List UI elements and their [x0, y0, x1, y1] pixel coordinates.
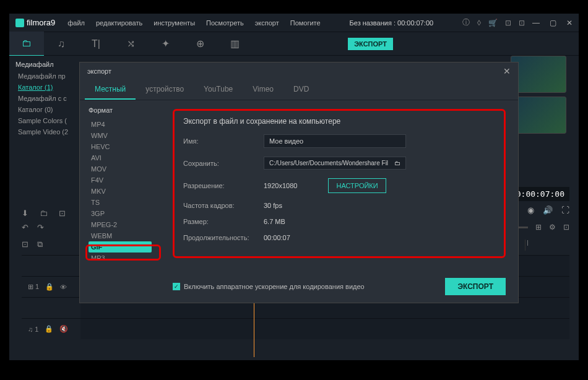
close-icon[interactable]: ✕	[566, 19, 573, 27]
track-header: ♫ 1 🔒 🔇	[22, 325, 80, 333]
import-icon[interactable]: ⬇	[22, 209, 28, 218]
ruler-mark: |	[525, 240, 569, 251]
size-label: Размер:	[183, 218, 264, 225]
track-content[interactable]	[80, 319, 569, 339]
chain-icon[interactable]: ⧉	[37, 240, 43, 249]
menu-file[interactable]: файл	[67, 19, 85, 27]
format-mp4[interactable]: MP4	[89, 119, 152, 130]
format-hevc[interactable]: HEVC	[89, 141, 152, 152]
export-button-top[interactable]: ЭКСПОРТ	[348, 38, 393, 50]
redo-icon[interactable]: ↷	[37, 223, 44, 232]
highlight-annotation: Экспорт в файл и сохранение на компьютер…	[173, 109, 506, 258]
name-label: Имя:	[183, 137, 264, 145]
audio-track: ♫ 1 🔒 🔇	[22, 318, 569, 339]
save-path-input[interactable]: C:/Users/User/Documents/Wondershare Fil …	[264, 157, 406, 170]
menu-tools[interactable]: инструменты	[153, 19, 195, 27]
sidebar-item[interactable]: Sample Video (2	[9, 126, 79, 137]
zoom-fit-icon[interactable]: ⊞	[535, 223, 542, 231]
tab-dvd[interactable]: DVD	[283, 80, 319, 100]
camera-icon[interactable]: ◉	[527, 205, 534, 215]
checkmark-icon: ✓	[173, 283, 180, 290]
export-button[interactable]: ЭКСПОРТ	[445, 278, 506, 295]
tab-media[interactable]: 🗀	[9, 32, 44, 56]
tab-youtube[interactable]: YouTube	[194, 80, 243, 100]
format-3gp[interactable]: 3GP	[89, 208, 152, 219]
dialog-header: экспорт ✕	[80, 63, 518, 80]
settings-button[interactable]: НАСТРОЙКИ	[328, 178, 386, 193]
format-avi[interactable]: AVI	[89, 152, 152, 163]
folder-icon[interactable]: 🗀	[394, 160, 400, 166]
tab-effects[interactable]: ✦	[148, 32, 183, 56]
export-dialog: экспорт ✕ Местный устройство YouTube Vim…	[79, 62, 519, 303]
sidebar-item[interactable]: Медиафайл с с	[9, 93, 79, 104]
tab-vimeo[interactable]: Vimeo	[243, 80, 283, 100]
link-icon[interactable]: ⊡	[22, 240, 28, 249]
hardware-accel-checkbox[interactable]: ✓ Включить аппаратное ускорение для коди…	[173, 283, 365, 290]
menu-view[interactable]: Посмотреть	[206, 19, 244, 27]
title-icons: ⓘ ◊ 🛒 ⊡ ⊡	[462, 17, 525, 28]
menu-help[interactable]: Помогите	[290, 19, 321, 27]
settings-panel: Экспорт в файл и сохранение на компьютер…	[160, 100, 518, 292]
sidebar-item[interactable]: Sample Colors (	[9, 115, 79, 126]
track-label: ⊞ 1	[28, 283, 39, 291]
tab-audio[interactable]: ♫	[44, 32, 79, 56]
format-gif[interactable]: GIF	[89, 241, 152, 253]
format-panel: Формат MP4 WMV HEVC AVI MOV F4V MKV TS 3…	[80, 100, 160, 292]
menu-edit[interactable]: редактировать	[96, 19, 142, 27]
maximize-icon[interactable]: ▢	[550, 19, 556, 27]
tab-device[interactable]: устройство	[136, 80, 194, 100]
window-controls: — ▢ ✕	[532, 19, 573, 27]
cart-icon[interactable]: 🛒	[488, 19, 498, 27]
grid-icon[interactable]: ⊡	[563, 223, 569, 231]
format-mov[interactable]: MOV	[89, 163, 152, 175]
close-icon[interactable]: ✕	[503, 66, 511, 76]
undo-icon[interactable]: ↶	[22, 223, 28, 232]
cog-icon[interactable]: ⚙	[549, 223, 556, 231]
tab-elements[interactable]: ⊕	[183, 32, 217, 56]
menu-export[interactable]: экспорт	[255, 19, 279, 27]
tab-local[interactable]: Местный	[85, 80, 136, 100]
lock-icon[interactable]: 🔒	[45, 283, 54, 291]
folder-icon[interactable]: 🗀	[40, 209, 48, 218]
track-toolbar: ⊡ ⧉	[22, 240, 43, 249]
lower-toolbar: ⬇ 🗀 ⊡	[22, 209, 66, 218]
resolution-value: 1920x1080	[264, 182, 297, 189]
record-icon[interactable]: ⊡	[59, 209, 66, 218]
lock-icon[interactable]: 🔒	[45, 325, 53, 333]
format-mp3[interactable]: MP3	[89, 253, 152, 264]
format-wmv[interactable]: WMV	[89, 130, 152, 141]
user-icon[interactable]: ◊	[477, 19, 481, 27]
logo-icon	[15, 19, 24, 27]
track-label: ♫ 1	[28, 326, 38, 333]
sidebar-item[interactable]: Медиафайл пр	[9, 71, 79, 82]
duration-label: Продолжительность:	[183, 234, 264, 241]
minimize-icon[interactable]: —	[532, 19, 540, 27]
dialog-footer: ✓ Включить аппаратное ускорение для коди…	[173, 278, 506, 295]
eye-icon[interactable]: 👁	[60, 283, 67, 291]
mute-icon[interactable]: 🔇	[59, 325, 68, 333]
fullscreen-icon[interactable]: ⛶	[561, 205, 569, 215]
sidebar-item-active[interactable]: Каталог (1)	[9, 82, 79, 93]
project-title: Без названия : 00:00:07:00	[350, 19, 434, 27]
preview-thumb[interactable]	[511, 97, 566, 134]
tab-titles[interactable]: T|	[79, 32, 113, 56]
name-input[interactable]	[264, 134, 406, 148]
format-ts[interactable]: TS	[89, 197, 152, 208]
volume-icon[interactable]: 🔊	[543, 205, 553, 215]
preview-area	[511, 56, 573, 167]
format-f4v[interactable]: F4V	[89, 175, 152, 186]
media-sidebar: Медиафайл Медиафайл пр Каталог (1) Медиа…	[9, 56, 79, 229]
preview-thumb[interactable]	[511, 56, 566, 93]
tab-split[interactable]: ▥	[217, 32, 252, 56]
info-icon[interactable]: ⓘ	[462, 17, 470, 28]
tab-transitions[interactable]: ⤭	[113, 32, 148, 56]
settings-icon[interactable]: ⊡	[519, 19, 525, 27]
sidebar-item[interactable]: Каталог (0)	[9, 104, 79, 115]
format-mpeg2[interactable]: MPEG-2	[89, 219, 152, 230]
checkbox-label: Включить аппаратное ускорение для кодиро…	[184, 283, 365, 290]
bell-icon[interactable]: ⊡	[505, 19, 511, 27]
format-webm[interactable]: WEBM	[89, 230, 152, 241]
format-mkv[interactable]: MKV	[89, 186, 152, 197]
dialog-title: экспорт	[87, 67, 111, 75]
format-label: Формат	[89, 106, 152, 114]
